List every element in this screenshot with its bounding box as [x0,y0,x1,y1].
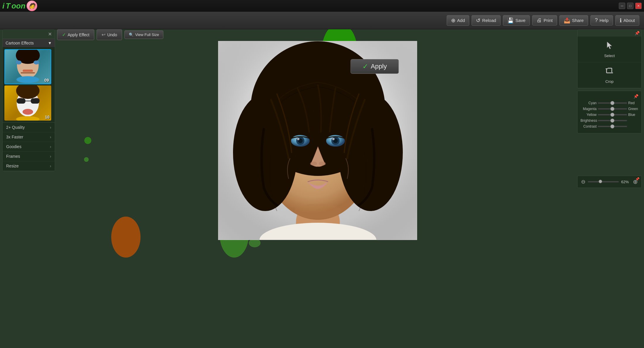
color-adjustment-panel: 📌 Cyan Red Magenta Green Yellow Blue Bri… [577,91,642,133]
effects-grid: 09 10 [3,47,55,122]
cyan-red-row: Cyan Red [580,101,638,105]
help-button[interactable]: ? Help [590,15,613,25]
window-controls: ─ □ ✕ [619,3,642,9]
menu-item-faster[interactable]: 3x Faster › [3,132,55,142]
svg-point-47 [332,138,335,140]
crop-label: Crop [605,79,614,84]
select-label: Select [604,54,615,58]
print-icon: 🖨 [537,17,542,23]
reload-icon: ↺ [476,17,480,24]
category-selector[interactable]: Cartoon Effects ▼ [3,39,55,47]
svg-point-29 [23,109,33,115]
pin-icon: 📌 [635,177,640,181]
brightness-label: Brightness [580,119,597,123]
contrast-slider[interactable] [598,126,627,127]
svg-rect-26 [17,98,25,104]
effect-toolbar: ✓ Apply Effect ↩ Undo 🔍 View Full Size [57,29,163,40]
chevron-icon: › [50,154,51,159]
zoom-icon: 🔍 [129,32,133,37]
svg-point-30 [16,116,40,121]
menu-item-resize[interactable]: Resize › [3,161,55,171]
apply-center-button[interactable]: ✓ Apply [350,59,399,74]
category-chevron-icon: ▼ [48,41,52,45]
add-button[interactable]: ⊕ Add [447,15,470,26]
chevron-icon: › [50,164,51,168]
magenta-label: Magenta [580,107,597,111]
sidebar-menu: 2+ Quality › 3x Faster › Goodies › Frame… [3,122,55,171]
svg-point-43 [297,138,299,140]
minimize-button[interactable]: ─ [619,3,625,9]
menu-item-frames[interactable]: Frames › [3,152,55,161]
zoom-value-label: 62% [621,180,631,184]
sidebar-header: ✕ [3,30,55,39]
zoom-minus-button[interactable]: ⊖ [581,179,585,185]
svg-point-21 [16,76,39,83]
red-label: Red [628,101,638,105]
pin-icon: 📌 [633,94,638,99]
toolbar-right: ⊕ Add ↺ Reload 💾 Save 🖨 Print 📤 Share ? … [447,15,639,26]
brightness-row: Brightness [580,119,638,123]
svg-point-49 [319,162,326,166]
menu-item-goodies[interactable]: Goodies › [3,142,55,152]
svg-point-48 [310,162,317,166]
menu-item-quality[interactable]: 2+ Quality › [3,123,55,132]
logo-avatar: 🧑 [27,1,37,11]
yellow-blue-slider[interactable] [598,114,627,115]
help-icon: ? [595,17,598,23]
select-icon [605,41,614,52]
svg-point-18 [34,61,40,65]
magenta-green-row: Magenta Green [580,107,638,111]
share-button[interactable]: 📤 Share [559,15,588,26]
contrast-label: Contrast [580,124,597,128]
chevron-icon: › [50,144,51,149]
save-button[interactable]: 💾 Save [503,15,530,26]
zoom-slider[interactable] [588,181,619,182]
print-button[interactable]: 🖨 Print [532,15,557,25]
blue-label: Blue [628,113,638,117]
checkmark-icon: ✓ [62,32,66,37]
crop-icon [605,66,614,78]
effect-thumb-10[interactable]: 10 [4,85,51,121]
green-label: Green [628,107,638,111]
yellow-blue-row: Yellow Blue [580,113,638,117]
chevron-icon: › [50,135,51,139]
title-bar: iToon 🧑 ─ □ ✕ [0,0,644,12]
apply-checkmark-icon: ✓ [362,62,368,71]
effect-09-num: 09 [44,78,49,83]
brightness-slider[interactable] [598,120,627,121]
chevron-icon: › [50,125,51,130]
svg-rect-19 [23,70,33,72]
about-icon: ℹ [620,17,622,24]
main-image-area [61,29,574,342]
undo-button[interactable]: ↩ Undo [97,29,122,40]
effect-thumb-09[interactable]: 09 [4,49,51,84]
select-button[interactable]: Select [578,37,641,62]
contrast-row: Contrast [580,124,638,128]
cyan-label: Cyan [580,101,597,105]
magenta-green-slider[interactable] [598,108,627,109]
pin-icon: 📌 [635,31,640,35]
main-toolbar: ⊕ Add ↺ Reload 💾 Save 🖨 Print 📤 Share ? … [0,12,644,29]
cyan-red-slider[interactable] [598,102,627,104]
left-sidebar: ✕ Cartoon Effects ▼ 09 [2,29,55,171]
crop-button[interactable]: Crop [578,62,641,88]
effect-10-num: 10 [45,115,49,119]
undo-icon: ↩ [102,32,105,37]
right-panel-tools: 📌 Select Crop [577,29,642,88]
add-icon: ⊕ [451,17,455,24]
save-icon: 💾 [507,17,514,24]
svg-rect-20 [21,73,35,73]
right-panel-tools-header: 📌 [578,30,641,37]
share-icon: 📤 [564,17,570,24]
zoom-panel: 📌 ⊖ 62% ⊕ [577,176,642,188]
reload-button[interactable]: ↺ Reload [472,15,501,26]
app-logo: iToon 🧑 [2,1,37,11]
svg-point-50 [294,204,341,218]
color-panel-header: 📌 [580,94,638,99]
about-button[interactable]: ℹ About [615,15,639,26]
close-button[interactable]: ✕ [635,3,642,9]
maximize-button[interactable]: □ [627,3,633,9]
sidebar-close-button[interactable]: ✕ [48,31,52,37]
apply-effect-button[interactable]: ✓ Apply Effect [57,29,94,40]
view-full-size-button[interactable]: 🔍 View Full Size [124,30,163,39]
